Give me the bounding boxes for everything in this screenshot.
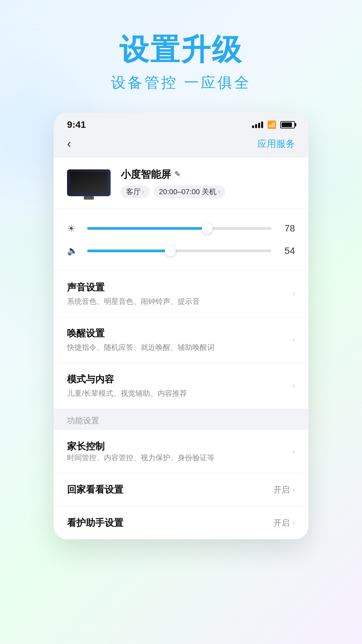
parental-control-title: 家长控制	[67, 440, 292, 453]
settings-section: 声音设置 系统音色、明星音色、闹钟铃声、提示音 › 唤醒设置 快捷指令、随机应答…	[54, 271, 308, 409]
volume-icon: 🔈	[67, 246, 80, 256]
care-assistant-arrow: ›	[292, 518, 295, 528]
parental-control-item[interactable]: 家长控制 时间管控、内容管控、视力保护、身份验证等 ›	[54, 430, 308, 473]
volume-value: 54	[278, 246, 295, 256]
signal-icon	[252, 121, 263, 128]
home-watch-title: 回家看看设置	[67, 483, 274, 496]
status-bar: 9:41 📶	[54, 113, 308, 133]
brightness-track[interactable]	[87, 227, 272, 230]
sound-settings-title: 声音设置	[67, 281, 292, 294]
mode-settings-desc: 儿童/长辈模式、视觉辅助、内容推荐	[67, 388, 292, 398]
volume-row: 🔈 54	[67, 241, 295, 260]
feature-section: 家长控制 时间管控、内容管控、视力保护、身份验证等 › 回家看看设置 开启 › …	[54, 430, 308, 539]
page-title: 设置升级	[111, 34, 251, 66]
volume-thumb[interactable]	[165, 246, 176, 256]
device-info: 小度智能屏 ✎ 客厅 › 20:00–07:00 关机 ›	[121, 168, 295, 198]
location-tag-arrow: ›	[142, 188, 144, 195]
parental-control-arrow: ›	[292, 447, 295, 456]
battery-icon	[280, 121, 295, 128]
phone-frame: 9:41 📶 ‹ 应用服务	[54, 113, 308, 539]
care-assistant-title: 看护助手设置	[67, 517, 274, 529]
status-time: 9:41	[67, 119, 86, 130]
home-watch-status: 开启 ›	[274, 484, 295, 495]
function-section-label: 功能设置	[54, 409, 308, 429]
slider-card: ☀ 78 🔈 54	[54, 209, 308, 270]
wake-settings-desc: 快捷指令、随机应答、就近唤醒、辅助唤醒词	[67, 342, 292, 353]
volume-track[interactable]	[87, 250, 272, 252]
care-assistant-status-text: 开启	[274, 518, 290, 528]
page-subtitle: 设备管控 一应俱全	[111, 73, 251, 93]
mode-settings-item[interactable]: 模式与内容 儿童/长辈模式、视觉辅助、内容推荐 ›	[54, 363, 308, 409]
edit-icon[interactable]: ✎	[174, 170, 180, 179]
app-service-button[interactable]: 应用服务	[257, 138, 295, 150]
device-card: 小度智能屏 ✎ 客厅 › 20:00–07:00 关机 ›	[54, 158, 308, 208]
brightness-thumb[interactable]	[202, 223, 213, 234]
tv-stand-icon	[84, 196, 94, 200]
nav-bar: ‹ 应用服务	[54, 133, 308, 158]
wake-settings-item[interactable]: 唤醒设置 快捷指令、随机应答、就近唤醒、辅助唤醒词 ›	[54, 317, 308, 363]
sound-settings-item[interactable]: 声音设置 系统音色、明星音色、闹钟铃声、提示音 ›	[54, 271, 308, 317]
mode-settings-title: 模式与内容	[67, 373, 292, 386]
brightness-row: ☀ 78	[67, 219, 295, 238]
device-thumbnail	[67, 169, 111, 196]
home-watch-status-text: 开启	[274, 484, 290, 495]
location-tag[interactable]: 客厅 ›	[121, 185, 149, 198]
brightness-icon: ☀	[67, 223, 80, 234]
sound-settings-desc: 系统音色、明星音色、闹钟铃声、提示音	[67, 297, 292, 307]
device-name: 小度智能屏 ✎	[121, 168, 295, 181]
brightness-value: 78	[278, 223, 295, 234]
wifi-icon: 📶	[267, 120, 276, 129]
parental-control-desc: 时间管控、内容管控、视力保护、身份验证等	[67, 453, 292, 463]
page-header: 设置升级 设备管控 一应俱全	[111, 34, 251, 93]
device-tags: 客厅 › 20:00–07:00 关机 ›	[121, 185, 295, 198]
mode-settings-arrow: ›	[292, 381, 295, 390]
status-icons: 📶	[252, 120, 295, 129]
schedule-tag-arrow: ›	[218, 188, 220, 195]
home-watch-item[interactable]: 回家看看设置 开启 ›	[54, 473, 308, 506]
care-assistant-item[interactable]: 看护助手设置 开启 ›	[54, 506, 308, 539]
sound-settings-arrow: ›	[292, 289, 295, 299]
wake-settings-title: 唤醒设置	[67, 327, 292, 340]
back-button[interactable]: ‹	[67, 137, 71, 151]
home-watch-arrow: ›	[292, 485, 295, 494]
tv-screen-icon	[70, 172, 107, 194]
care-assistant-status: 开启 ›	[274, 518, 295, 528]
wake-settings-arrow: ›	[292, 335, 295, 344]
schedule-tag[interactable]: 20:00–07:00 关机 ›	[154, 185, 225, 198]
